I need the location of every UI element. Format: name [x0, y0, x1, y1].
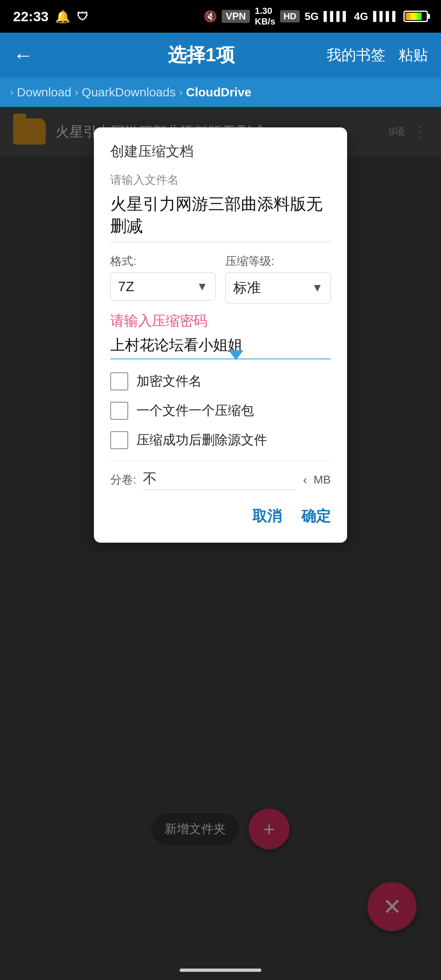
- bg-content: 火星引力网游三部曲添料版无删减 9项 ⋮ 创建压缩文档 请输入文件名 火星引力网…: [0, 107, 441, 980]
- format-group: 格式: 7Z ▼: [110, 254, 216, 301]
- checkbox-delete-source-label: 压缩成功后删除源文件: [136, 431, 267, 449]
- breadcrumb-current[interactable]: CloudDrive: [186, 85, 252, 99]
- status-right: 🔇 VPN 1.30KB/s HD 5G ▌▌▌▌ 4G ▌▌▌▌: [204, 6, 428, 27]
- password-label: 请输入压缩密码: [110, 312, 331, 330]
- checkbox-encrypt-filename-label: 加密文件名: [136, 372, 202, 390]
- dialog-title: 创建压缩文档: [110, 142, 331, 161]
- checkbox-delete-source-row: 压缩成功后删除源文件: [110, 431, 331, 449]
- 5g-indicator: 5G: [305, 10, 319, 23]
- confirm-button[interactable]: 确定: [301, 503, 331, 530]
- breadcrumb-sep-1: ›: [10, 86, 13, 99]
- format-row: 格式: 7Z ▼ 压缩等级: 标准 ▼: [110, 254, 331, 303]
- bookmark-button[interactable]: 我的书签: [327, 45, 385, 65]
- checkbox-one-file-row: 一个文件一个压缩包: [110, 402, 331, 420]
- level-chevron-down-icon: ▼: [312, 281, 323, 294]
- level-group: 压缩等级: 标准 ▼: [225, 254, 331, 303]
- split-volume-row: 分卷: 不 ‹ MB: [110, 461, 331, 490]
- mute-icon: 🔇: [204, 10, 217, 23]
- dialog-buttons: 取消 确定: [110, 503, 331, 530]
- shield-icon: 🛡: [77, 10, 88, 23]
- checkbox-encrypt-filename[interactable]: [110, 372, 128, 390]
- filename-input[interactable]: 火星引力网游三部曲添料版无删减: [110, 193, 331, 242]
- signal-4g-icon: ▌▌▌▌: [373, 11, 399, 22]
- split-input[interactable]: 不: [143, 469, 296, 490]
- top-bar: ← 选择1项 我的书签 粘贴: [0, 33, 441, 78]
- password-input[interactable]: 上村花论坛看小姐姐: [110, 335, 331, 359]
- split-left-arrow-icon[interactable]: ‹: [303, 473, 307, 487]
- breadcrumb-sep-2: ›: [75, 86, 78, 99]
- breadcrumb-item-quark[interactable]: QuarkDownloads: [82, 85, 176, 99]
- text-cursor-caret: [229, 350, 243, 360]
- level-select[interactable]: 标准 ▼: [225, 272, 331, 303]
- level-value: 标准: [233, 278, 261, 297]
- signal-5g-icon: ▌▌▌▌: [324, 11, 349, 22]
- battery-icon: [403, 11, 428, 22]
- format-chevron-down-icon: ▼: [196, 280, 208, 293]
- checkbox-encrypt-filename-row: 加密文件名: [110, 372, 331, 390]
- paste-button[interactable]: 粘贴: [399, 45, 428, 65]
- split-label: 分卷:: [110, 472, 136, 488]
- checkbox-one-file[interactable]: [110, 402, 128, 420]
- breadcrumb-item-download[interactable]: Download: [17, 85, 71, 99]
- create-archive-dialog: 创建压缩文档 请输入文件名 火星引力网游三部曲添料版无删减 格式: 7Z ▼ 压…: [94, 127, 347, 543]
- vpn-badge: VPN: [222, 10, 250, 23]
- status-bar: 22:33 🔔 🛡 🔇 VPN 1.30KB/s HD 5G ▌▌▌▌ 4G ▌…: [0, 0, 441, 33]
- status-time: 22:33: [13, 9, 49, 24]
- hd-badge: HD: [280, 10, 300, 22]
- page-title: 选择1项: [43, 42, 359, 68]
- format-value: 7Z: [118, 278, 134, 294]
- 4g-indicator: 4G: [354, 10, 368, 23]
- checkbox-one-file-label: 一个文件一个压缩包: [136, 402, 254, 420]
- top-bar-actions: 我的书签 粘贴: [327, 45, 428, 65]
- level-label: 压缩等级:: [225, 254, 331, 269]
- battery-fill: [405, 13, 422, 20]
- breadcrumb-sep-3: ›: [179, 86, 183, 99]
- bell-icon: 🔔: [55, 9, 70, 24]
- status-left: 22:33 🔔 🛡: [13, 9, 88, 24]
- checkbox-delete-source[interactable]: [110, 431, 128, 449]
- back-button[interactable]: ←: [13, 43, 33, 67]
- cancel-button[interactable]: 取消: [252, 503, 282, 530]
- password-input-row: 上村花论坛看小姐姐: [110, 335, 331, 359]
- breadcrumb: › Download › QuarkDownloads › CloudDrive: [0, 78, 441, 107]
- filename-label: 请输入文件名: [110, 172, 331, 188]
- home-bar: [180, 969, 261, 972]
- format-label: 格式:: [110, 254, 216, 269]
- speed-indicator: 1.30KB/s: [255, 6, 275, 27]
- format-select[interactable]: 7Z ▼: [110, 272, 216, 301]
- split-unit: MB: [314, 473, 331, 486]
